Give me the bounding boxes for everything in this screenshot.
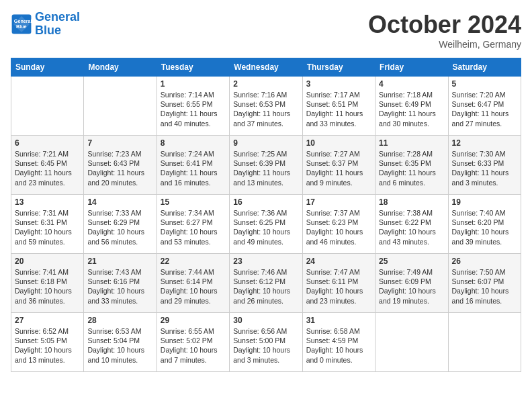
calendar-cell: 29Sunrise: 6:55 AMSunset: 5:02 PMDayligh…	[157, 313, 229, 372]
week-row-3: 13Sunrise: 7:31 AMSunset: 6:31 PMDayligh…	[11, 195, 521, 254]
day-header-sunday: Sunday	[11, 58, 84, 77]
calendar-cell: 10Sunrise: 7:27 AMSunset: 6:37 PMDayligh…	[302, 136, 375, 195]
day-number: 21	[87, 257, 152, 266]
day-number: 9	[233, 138, 298, 148]
day-number: 29	[161, 316, 226, 325]
day-number: 4	[379, 79, 444, 89]
calendar-cell: 5Sunrise: 7:20 AMSunset: 6:47 PMDaylight…	[448, 77, 521, 136]
day-number: 26	[452, 257, 517, 266]
cell-details: Sunrise: 7:36 AMSunset: 6:25 PMDaylight:…	[233, 208, 298, 246]
cell-details: Sunrise: 7:31 AMSunset: 6:31 PMDaylight:…	[15, 208, 80, 246]
cell-details: Sunrise: 7:40 AMSunset: 6:20 PMDaylight:…	[452, 208, 517, 246]
calendar-cell: 16Sunrise: 7:36 AMSunset: 6:25 PMDayligh…	[230, 195, 302, 254]
cell-details: Sunrise: 7:49 AMSunset: 6:09 PMDaylight:…	[379, 267, 444, 306]
cell-details: Sunrise: 7:50 AMSunset: 6:07 PMDaylight:…	[452, 267, 517, 306]
cell-details: Sunrise: 7:41 AMSunset: 6:18 PMDaylight:…	[15, 267, 80, 306]
day-number: 22	[161, 257, 226, 266]
calendar-table: SundayMondayTuesdayWednesdayThursdayFrid…	[11, 58, 521, 372]
day-number: 20	[15, 257, 80, 266]
cell-details: Sunrise: 7:16 AMSunset: 6:53 PMDaylight:…	[233, 90, 298, 128]
week-row-2: 6Sunrise: 7:21 AMSunset: 6:45 PMDaylight…	[11, 136, 521, 195]
day-number: 14	[87, 197, 152, 207]
calendar-cell: 15Sunrise: 7:34 AMSunset: 6:27 PMDayligh…	[157, 195, 229, 254]
day-number: 10	[306, 138, 371, 148]
calendar-cell: 14Sunrise: 7:33 AMSunset: 6:29 PMDayligh…	[84, 195, 157, 254]
cell-details: Sunrise: 7:46 AMSunset: 6:12 PMDaylight:…	[233, 267, 298, 306]
cell-details: Sunrise: 6:53 AMSunset: 5:04 PMDaylight:…	[87, 326, 152, 365]
cell-details: Sunrise: 7:21 AMSunset: 6:45 PMDaylight:…	[15, 149, 80, 187]
calendar-cell: 3Sunrise: 7:17 AMSunset: 6:51 PMDaylight…	[302, 77, 375, 136]
calendar-cell: 31Sunrise: 6:58 AMSunset: 4:59 PMDayligh…	[302, 313, 375, 372]
calendar-cell: 25Sunrise: 7:49 AMSunset: 6:09 PMDayligh…	[375, 254, 448, 313]
month-title: October 2024	[368, 11, 521, 39]
day-number: 25	[379, 257, 444, 266]
day-number: 23	[233, 257, 298, 266]
week-row-1: 1Sunrise: 7:14 AMSunset: 6:55 PMDaylight…	[11, 77, 521, 136]
logo: General Blue General Blue	[11, 11, 80, 38]
calendar-cell	[11, 77, 84, 136]
cell-details: Sunrise: 7:47 AMSunset: 6:11 PMDaylight:…	[306, 267, 371, 306]
day-number: 28	[87, 316, 152, 325]
day-number: 13	[15, 197, 80, 207]
calendar-cell: 8Sunrise: 7:24 AMSunset: 6:41 PMDaylight…	[157, 136, 229, 195]
calendar-cell	[84, 77, 157, 136]
cell-details: Sunrise: 7:24 AMSunset: 6:41 PMDaylight:…	[161, 149, 226, 187]
cell-details: Sunrise: 6:55 AMSunset: 5:02 PMDaylight:…	[161, 326, 226, 365]
calendar-cell: 9Sunrise: 7:25 AMSunset: 6:39 PMDaylight…	[230, 136, 302, 195]
day-header-friday: Friday	[375, 58, 448, 77]
calendar-cell: 26Sunrise: 7:50 AMSunset: 6:07 PMDayligh…	[448, 254, 521, 313]
day-header-monday: Monday	[84, 58, 157, 77]
calendar-cell: 11Sunrise: 7:28 AMSunset: 6:35 PMDayligh…	[375, 136, 448, 195]
day-number: 15	[161, 197, 226, 207]
calendar-cell: 22Sunrise: 7:44 AMSunset: 6:14 PMDayligh…	[157, 254, 229, 313]
cell-details: Sunrise: 7:43 AMSunset: 6:16 PMDaylight:…	[87, 267, 152, 306]
cell-details: Sunrise: 7:17 AMSunset: 6:51 PMDaylight:…	[306, 90, 371, 128]
day-header-thursday: Thursday	[302, 58, 375, 77]
calendar-cell: 1Sunrise: 7:14 AMSunset: 6:55 PMDaylight…	[157, 77, 229, 136]
calendar-cell: 6Sunrise: 7:21 AMSunset: 6:45 PMDaylight…	[11, 136, 84, 195]
location: Weilheim, Germany	[368, 39, 521, 50]
cell-details: Sunrise: 7:27 AMSunset: 6:37 PMDaylight:…	[306, 149, 371, 187]
day-number: 27	[15, 316, 80, 325]
calendar-cell: 19Sunrise: 7:40 AMSunset: 6:20 PMDayligh…	[448, 195, 521, 254]
cell-details: Sunrise: 7:44 AMSunset: 6:14 PMDaylight:…	[161, 267, 226, 306]
calendar-cell: 30Sunrise: 6:56 AMSunset: 5:00 PMDayligh…	[230, 313, 302, 372]
cell-details: Sunrise: 7:23 AMSunset: 6:43 PMDaylight:…	[87, 149, 152, 187]
calendar-cell: 20Sunrise: 7:41 AMSunset: 6:18 PMDayligh…	[11, 254, 84, 313]
calendar-cell	[448, 313, 521, 372]
calendar-cell: 21Sunrise: 7:43 AMSunset: 6:16 PMDayligh…	[84, 254, 157, 313]
calendar-cell: 24Sunrise: 7:47 AMSunset: 6:11 PMDayligh…	[302, 254, 375, 313]
day-number: 5	[452, 79, 517, 89]
cell-details: Sunrise: 7:30 AMSunset: 6:33 PMDaylight:…	[452, 149, 517, 187]
cell-details: Sunrise: 7:34 AMSunset: 6:27 PMDaylight:…	[161, 208, 226, 246]
week-row-5: 27Sunrise: 6:52 AMSunset: 5:05 PMDayligh…	[11, 313, 521, 372]
day-number: 12	[452, 138, 517, 148]
cell-details: Sunrise: 6:56 AMSunset: 5:00 PMDaylight:…	[233, 326, 298, 365]
calendar-cell: 27Sunrise: 6:52 AMSunset: 5:05 PMDayligh…	[11, 313, 84, 372]
calendar-cell: 4Sunrise: 7:18 AMSunset: 6:49 PMDaylight…	[375, 77, 448, 136]
day-number: 2	[233, 79, 298, 89]
day-number: 18	[379, 197, 444, 207]
svg-text:Blue: Blue	[16, 24, 27, 30]
day-number: 8	[161, 138, 226, 148]
calendar-cell: 7Sunrise: 7:23 AMSunset: 6:43 PMDaylight…	[84, 136, 157, 195]
day-number: 3	[306, 79, 371, 89]
day-number: 31	[306, 316, 371, 325]
logo-text: General Blue	[35, 11, 80, 38]
calendar-cell: 23Sunrise: 7:46 AMSunset: 6:12 PMDayligh…	[230, 254, 302, 313]
week-row-4: 20Sunrise: 7:41 AMSunset: 6:18 PMDayligh…	[11, 254, 521, 313]
cell-details: Sunrise: 7:33 AMSunset: 6:29 PMDaylight:…	[87, 208, 152, 246]
day-number: 17	[306, 197, 371, 207]
calendar-cell: 28Sunrise: 6:53 AMSunset: 5:04 PMDayligh…	[84, 313, 157, 372]
cell-details: Sunrise: 7:25 AMSunset: 6:39 PMDaylight:…	[233, 149, 298, 187]
day-number: 19	[452, 197, 517, 207]
cell-details: Sunrise: 7:20 AMSunset: 6:47 PMDaylight:…	[452, 90, 517, 128]
calendar-cell: 2Sunrise: 7:16 AMSunset: 6:53 PMDaylight…	[230, 77, 302, 136]
day-number: 16	[233, 197, 298, 207]
day-number: 1	[161, 79, 226, 89]
cell-details: Sunrise: 7:38 AMSunset: 6:22 PMDaylight:…	[379, 208, 444, 246]
day-header-saturday: Saturday	[448, 58, 521, 77]
day-header-wednesday: Wednesday	[230, 58, 302, 77]
cell-details: Sunrise: 7:14 AMSunset: 6:55 PMDaylight:…	[161, 90, 226, 128]
cell-details: Sunrise: 7:18 AMSunset: 6:49 PMDaylight:…	[379, 90, 444, 128]
